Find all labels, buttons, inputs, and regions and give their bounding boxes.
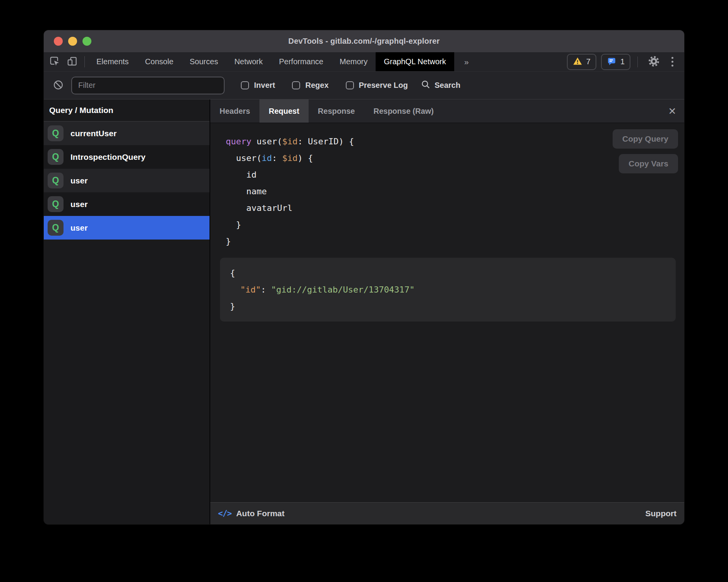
detail-panel: HeadersRequestResponseResponse (Raw) ✕ C… — [210, 99, 684, 524]
code-token: $id — [282, 153, 298, 163]
window-title: DevTools - gitlab.com/-/graphql-explorer — [288, 37, 440, 46]
tab-network[interactable]: Network — [226, 52, 271, 71]
request-row-user[interactable]: Quser — [44, 169, 209, 192]
code-line: } — [226, 233, 684, 250]
kebab-menu-icon — [671, 57, 673, 67]
checkbox-label: Invert — [254, 81, 275, 90]
support-label: Support — [646, 509, 676, 518]
code-line: name — [226, 183, 684, 200]
request-label: user — [70, 200, 88, 209]
main-toolbar: ElementsConsoleSourcesNetworkPerformance… — [44, 52, 684, 72]
copy-buttons: Copy Query Copy Vars — [613, 129, 678, 173]
search-icon — [421, 80, 431, 91]
toolbar-divider — [84, 56, 85, 67]
code-token: : — [272, 153, 282, 163]
device-toolbar-icon — [67, 56, 77, 68]
auto-format-label: Auto Format — [236, 509, 285, 518]
detail-tab-strip: HeadersRequestResponseResponse (Raw) ✕ — [210, 99, 684, 123]
query-variables-box: { "id": "gid://gitlab/User/13704317"} — [220, 258, 676, 322]
checkbox-label: Preserve Log — [359, 81, 408, 90]
request-row-user[interactable]: Quser — [44, 192, 209, 216]
code-token: avatarUrl — [226, 203, 292, 213]
checkbox-label: Regex — [305, 81, 328, 90]
checkbox-preserve-log[interactable]: Preserve Log — [346, 81, 408, 90]
code-token: } — [230, 301, 235, 311]
minimize-window-button[interactable] — [68, 37, 77, 46]
traffic-lights — [54, 30, 91, 52]
request-row-currentuser[interactable]: QcurrentUser — [44, 122, 209, 145]
code-token: id — [262, 153, 272, 163]
request-label: user — [70, 223, 88, 233]
detail-tabs: HeadersRequestResponseResponse (Raw) — [210, 99, 443, 123]
copy-vars-button[interactable]: Copy Vars — [619, 154, 678, 173]
block-icon — [53, 80, 64, 91]
close-window-button[interactable] — [54, 37, 63, 46]
code-line: } — [230, 298, 666, 315]
settings-button[interactable] — [645, 54, 663, 70]
issue-count: 1 — [620, 57, 625, 66]
detail-tab-request[interactable]: Request — [259, 99, 309, 123]
detail-tab-response-raw[interactable]: Response (Raw) — [364, 99, 443, 123]
request-row-user[interactable]: Quser — [44, 216, 209, 240]
checkbox-box[interactable] — [346, 81, 354, 89]
tab-elements[interactable]: Elements — [88, 52, 137, 71]
request-label: IntrospectionQuery — [70, 152, 146, 162]
query-type-badge: Q — [48, 149, 64, 165]
more-tabs-button[interactable]: » — [454, 52, 479, 71]
auto-format-button[interactable]: </> Auto Format — [218, 509, 285, 518]
support-link[interactable]: Support — [646, 509, 676, 518]
tab-memory[interactable]: Memory — [331, 52, 376, 71]
search-toggle[interactable]: Search — [421, 80, 460, 91]
devtools-window: DevTools - gitlab.com/-/graphql-explorer — [44, 30, 684, 524]
request-label: currentUser — [70, 129, 117, 138]
code-token: : — [261, 285, 271, 294]
issues-badge[interactable]: 1 — [601, 54, 630, 70]
copy-query-button[interactable]: Copy Query — [613, 129, 678, 149]
tab-sources[interactable]: Sources — [182, 52, 226, 71]
main-tab-strip: ElementsConsoleSourcesNetworkPerformance… — [88, 52, 454, 71]
detail-tab-headers[interactable]: Headers — [210, 99, 259, 123]
titlebar[interactable]: DevTools - gitlab.com/-/graphql-explorer — [44, 30, 684, 52]
clear-requests-button[interactable] — [53, 80, 64, 91]
code-token: "gid://gitlab/User/13704317" — [271, 285, 415, 294]
zoom-window-button[interactable] — [82, 37, 91, 46]
detail-footer: </> Auto Format Support — [210, 502, 684, 524]
device-toolbar-button[interactable] — [64, 52, 81, 71]
request-tab-content: Copy Query Copy Vars query user($id: Use… — [210, 123, 684, 502]
code-line: { — [230, 265, 666, 281]
filter-input[interactable] — [71, 77, 225, 94]
checkbox-invert[interactable]: Invert — [241, 81, 275, 90]
devtools-menu-button[interactable] — [668, 55, 677, 68]
code-token: } — [226, 236, 231, 246]
tab-performance[interactable]: Performance — [271, 52, 332, 71]
code-token: name — [226, 187, 267, 196]
code-token: user( — [251, 137, 282, 146]
request-row-introspectionquery[interactable]: QIntrospectionQuery — [44, 145, 209, 169]
warning-count: 7 — [586, 57, 591, 66]
code-token: $id — [282, 137, 298, 146]
inspect-element-button[interactable] — [46, 52, 64, 71]
checkbox-regex[interactable]: Regex — [292, 81, 328, 90]
code-line: } — [226, 216, 684, 233]
code-token: { — [230, 268, 235, 278]
warnings-badge[interactable]: 7 — [567, 54, 596, 70]
request-list: QcurrentUserQIntrospectionQueryQuserQuse… — [44, 122, 209, 240]
close-detail-button[interactable]: ✕ — [660, 99, 684, 123]
code-line: "id": "gid://gitlab/User/13704317" — [230, 281, 666, 298]
toolbar-divider — [637, 56, 638, 67]
code-token: query — [226, 137, 251, 146]
detail-tab-response[interactable]: Response — [309, 99, 364, 123]
code-token: user( — [226, 153, 262, 163]
filter-checkbox-strip: InvertRegexPreserve Log — [241, 81, 408, 90]
checkbox-box[interactable] — [292, 81, 300, 89]
code-token: : UserID) { — [297, 137, 354, 146]
code-brackets-icon: </> — [218, 509, 232, 518]
tab-console[interactable]: Console — [137, 52, 181, 71]
gear-icon — [648, 55, 660, 68]
checkbox-box[interactable] — [241, 81, 249, 89]
query-type-badge: Q — [48, 196, 64, 212]
filter-bar: InvertRegexPreserve Log Search — [44, 72, 684, 99]
tab-graphql-network[interactable]: GraphQL Network — [376, 52, 454, 71]
request-sidebar: Query / Mutation QcurrentUserQIntrospect… — [44, 99, 210, 524]
query-type-badge: Q — [48, 125, 64, 141]
